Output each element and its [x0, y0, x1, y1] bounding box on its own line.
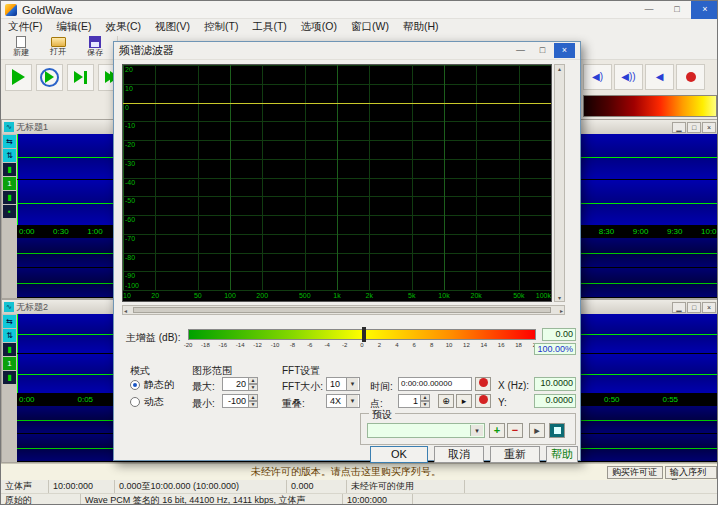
spinner-arrows-icon[interactable]: ▲▼ [248, 377, 258, 391]
next-point-button[interactable]: ▸ [456, 394, 472, 408]
gain-percent-field[interactable]: 100.00% [534, 343, 576, 355]
graph-horizontal-scrollbar[interactable]: ◂▸ [122, 305, 565, 315]
doc2-minimize-button[interactable]: ▁ [672, 302, 686, 313]
freq-axis-label: 50k [513, 292, 524, 299]
start-marker[interactable] [17, 134, 18, 179]
volume-button[interactable]: ◀) [583, 64, 612, 90]
doc1-close-button[interactable]: × [702, 122, 716, 133]
menu-effect[interactable]: 效果(C) [98, 19, 148, 34]
record-monitor-button[interactable] [676, 64, 705, 90]
spinner-arrows-icon[interactable]: ▲▼ [420, 394, 430, 408]
gain-value-field[interactable]: 0.00 [542, 328, 576, 341]
scrollbar-thumb[interactable] [133, 307, 551, 313]
menu-view[interactable]: 视图(V) [148, 19, 197, 34]
preset-menu-button[interactable]: ▸ [529, 423, 545, 438]
max-spinner[interactable]: 20 ▲▼ [222, 377, 258, 391]
time-label: 0:00 [19, 395, 35, 404]
save-icon [89, 36, 101, 48]
right-channel-button[interactable]: ▮ [3, 371, 16, 384]
ok-button[interactable]: OK [370, 446, 428, 463]
minimize-button[interactable]: — [635, 1, 663, 19]
mute-channel-button[interactable]: ▪ [3, 205, 16, 218]
doc2-title: 无标题2 [16, 301, 48, 314]
preset-save-button[interactable] [549, 423, 565, 438]
overlap-select[interactable]: 4X [326, 394, 360, 408]
left-channel-button[interactable]: ▮ [3, 163, 16, 176]
add-point-button[interactable]: ⊕ [438, 394, 454, 408]
menu-window[interactable]: 窗口(W) [344, 19, 396, 34]
toolbar-open-button[interactable]: 打开 [41, 34, 75, 59]
swap-channels-button[interactable]: ⇆ [3, 315, 16, 328]
max-value[interactable]: 20 [222, 377, 248, 391]
swap-channels-button[interactable]: ⇆ [3, 135, 16, 148]
set-time-button[interactable] [475, 377, 491, 391]
dialog-maximize-button[interactable]: □ [532, 43, 553, 58]
y-coordinate-field[interactable]: 0.0000 [534, 394, 576, 408]
preset-remove-button[interactable]: − [507, 423, 523, 438]
toolbar-new-button[interactable]: 新建 [4, 34, 38, 59]
license-notice[interactable]: 未经许可的版本。请点击这里购买序列号。 [111, 465, 581, 479]
point-value[interactable]: 1 [398, 394, 420, 408]
gain-slider-handle[interactable] [362, 327, 366, 342]
spinner-arrows-icon[interactable]: ▲▼ [248, 394, 258, 408]
expand-channels-button[interactable]: ⇅ [3, 149, 16, 162]
graph-vertical-scrollbar[interactable]: ▴▾ [554, 64, 565, 302]
status-cell: 10:00:000 [49, 480, 115, 493]
time-field[interactable]: 0:00:00.00000 [398, 377, 472, 391]
enter-serial-button[interactable]: 输入序列号 [665, 466, 717, 479]
expand-channels-button[interactable]: ⇅ [3, 329, 16, 342]
menu-file[interactable]: 文件(F) [1, 19, 49, 34]
doc1-maximize-button[interactable]: □ [687, 122, 701, 133]
min-spinner[interactable]: -100 ▲▼ [222, 394, 258, 408]
maximize-button[interactable]: □ [663, 1, 691, 19]
toolbar-button-label: 新建 [13, 49, 29, 57]
channel-indicator[interactable]: 1 [3, 177, 16, 190]
dialog-minimize-button[interactable]: — [510, 43, 531, 58]
menu-edit[interactable]: 编辑(E) [49, 19, 98, 34]
balance-button[interactable]: ◀)) [614, 64, 643, 90]
mode-static-radio[interactable]: 静态的 [130, 378, 174, 392]
gain-tick-label: -8 [290, 342, 295, 348]
channel-indicator[interactable]: 1 [3, 357, 16, 370]
fft-size-select[interactable]: 10 [326, 377, 360, 391]
preset-select[interactable] [367, 423, 485, 438]
loop-play-button[interactable] [36, 64, 63, 91]
cancel-button[interactable]: 取消 [434, 446, 484, 463]
graph-range-label: 图形范围 [192, 364, 232, 378]
freq-axis-label: 2k [366, 292, 373, 299]
dialog-titlebar[interactable]: 频谱滤波器 — □ × [114, 42, 580, 60]
preset-add-button[interactable]: + [489, 423, 505, 438]
min-label: 最小: [192, 397, 215, 411]
mode-dynamic-radio[interactable]: 动态 [130, 395, 164, 409]
doc2-close-button[interactable]: × [702, 302, 716, 313]
play-all-button[interactable] [67, 64, 94, 91]
buy-license-button[interactable]: 购买许可证 [607, 466, 663, 479]
point-spinner[interactable]: 1 ▲▼ [398, 394, 430, 408]
restore-button[interactable]: 重新 [490, 446, 540, 463]
close-button[interactable]: × [691, 1, 718, 19]
toolbar-save-button[interactable]: 保存 [78, 34, 112, 59]
gain-slider[interactable] [188, 329, 536, 340]
speed-button[interactable]: ◀ [645, 64, 674, 90]
left-channel-button[interactable]: ▮ [3, 343, 16, 356]
filter-graph[interactable]: 20100-10-20-30-40-50-60-70-80-90-1001020… [122, 64, 552, 302]
x-coordinate-field[interactable]: 10.0000 [534, 377, 576, 391]
db-axis-label: -20 [125, 141, 135, 148]
menu-tool[interactable]: 工具(T) [245, 19, 293, 34]
time-label: 8:30 [599, 227, 615, 236]
db-axis-label: -30 [125, 160, 135, 167]
menu-control[interactable]: 控制(T) [197, 19, 245, 34]
play-button[interactable] [5, 64, 32, 91]
help-button[interactable]: 帮助 [546, 446, 578, 463]
remove-point-button[interactable] [475, 394, 491, 408]
dialog-close-button[interactable]: × [554, 43, 575, 58]
doc2-maximize-button[interactable]: □ [687, 302, 701, 313]
toolbar-button-label: 保存 [87, 49, 103, 57]
gain-tick-label: -14 [236, 342, 245, 348]
start-marker[interactable] [17, 314, 18, 353]
menu-options[interactable]: 选项(O) [294, 19, 344, 34]
right-channel-button[interactable]: ▮ [3, 191, 16, 204]
menu-help[interactable]: 帮助(H) [396, 19, 446, 34]
min-value[interactable]: -100 [222, 394, 248, 408]
doc1-minimize-button[interactable]: ▁ [672, 122, 686, 133]
